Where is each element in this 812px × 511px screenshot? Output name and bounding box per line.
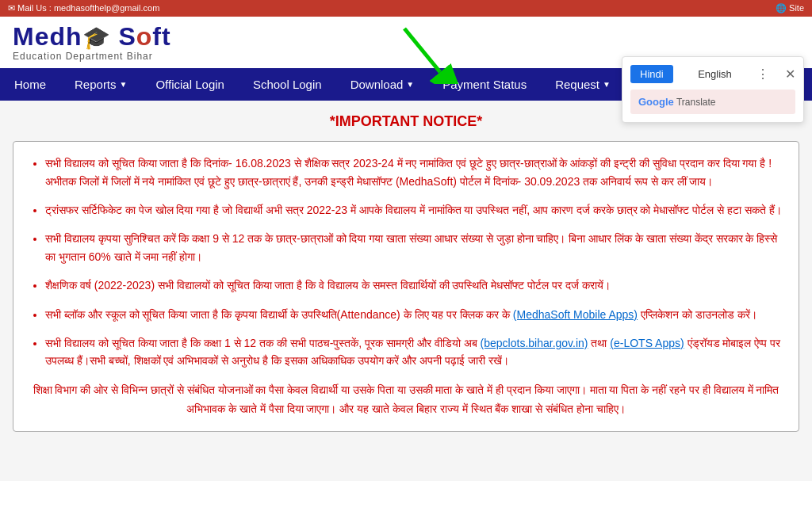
arrow-indicator	[396, 21, 460, 86]
logo-area: Medh🎓 Soft Education Department Bihar Hi…	[0, 17, 812, 68]
translate-close-icon[interactable]: ✕	[785, 67, 795, 82]
nav-reports[interactable]: Reports ▼	[60, 68, 141, 101]
notice-list: सभी विद्यालय को सूचित किया जाता है कि दि…	[29, 154, 783, 370]
notice-item-5: सभी ब्लॉक और स्कूल को सूचित किया जाता है…	[45, 306, 783, 323]
medhasoft-app-link[interactable]: (MedhaSoft Mobile Apps)	[513, 308, 638, 321]
nav-school-login[interactable]: School Login	[239, 68, 336, 101]
site-label: 🌐 Site	[776, 3, 804, 13]
email-label: ✉ Mail Us : medhasofthelp@gmail.com	[8, 3, 159, 13]
bepclots-link[interactable]: (bepclots.bihar.gov.in)	[481, 337, 588, 349]
notice-item-4: शैक्षणिक वर्ष (2022-2023) सभी विद्यालयों…	[45, 276, 783, 294]
logo-subtitle: Education Department Bihar	[13, 51, 171, 62]
translate-header: Hindi English ⋮ ✕	[630, 65, 795, 83]
notice-box: सभी विद्यालय को सूचित किया जाता है कि दि…	[13, 141, 799, 432]
notice-last-item: शिक्षा विभाग की ओर से विभिन्न छात्रों से…	[29, 381, 783, 419]
top-bar: ✉ Mail Us : medhasofthelp@gmail.com 🌐 Si…	[0, 0, 812, 17]
notice-item-3: सभी विद्यालय कृपया सुनिश्चित करें कि कक्…	[45, 230, 783, 265]
logo: Medh🎓 Soft Education Department Bihar	[13, 23, 171, 62]
notice-item-1: सभी विद्यालय को सूचित किया जाता है कि दि…	[45, 154, 783, 190]
hindi-button[interactable]: Hindi	[630, 65, 673, 83]
translate-more-icon[interactable]: ⋮	[756, 67, 769, 82]
translate-popup: Hindi English ⋮ ✕ Google Translate	[622, 56, 804, 123]
reports-dropdown-icon: ▼	[120, 80, 128, 89]
request-dropdown-icon: ▼	[603, 80, 611, 89]
notice-item-2: ट्रांसफर सर्टिफिकेट का पेज खोल दिया गया …	[45, 201, 783, 219]
translate-label: Translate	[676, 97, 716, 108]
nav-request[interactable]: Request ▼	[541, 68, 625, 101]
main-content: *IMPORTANT NOTICE* सभी विद्यालय को सूचित…	[0, 101, 812, 481]
nav-home[interactable]: Home	[0, 68, 60, 101]
logo-brand: Medh🎓 Soft	[13, 23, 171, 51]
svg-line-1	[404, 29, 440, 72]
notice-item-6: सभी विद्यालय को सूचित किया जाता है कि कक…	[45, 334, 783, 370]
elots-link[interactable]: (e-LOTS Apps)	[610, 337, 684, 349]
translate-branding: Google Translate	[630, 90, 795, 114]
english-button[interactable]: English	[688, 65, 741, 83]
google-label: Google	[638, 96, 674, 108]
nav-official-login[interactable]: Official Login	[141, 68, 238, 101]
